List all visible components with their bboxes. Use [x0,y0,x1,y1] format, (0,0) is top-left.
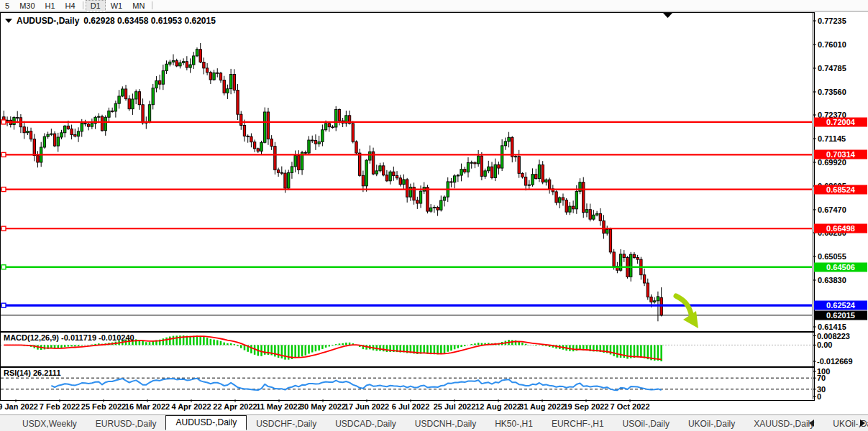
tab-ukoil-daily[interactable]: UKOil-,Daily [679,417,744,431]
timeframe-button-5[interactable]: 5 [0,1,14,11]
rsi-axis-label: 0 [817,392,821,401]
tab-usdcad-daily[interactable]: USDCAD-,Daily [326,417,406,431]
timeframe-button-w1[interactable]: W1 [106,1,128,11]
tab-eurchf-h1[interactable]: EURCHF-,H1 [542,417,613,431]
price-tick-label: 0.65055 [818,252,846,261]
hline-price-label-0.64506: 0.64506 [814,262,867,272]
price-tick-label: 0.67470 [818,205,846,214]
symbol-dropdown-icon [5,19,12,23]
chart-symbol-label: AUDUSD-,Daily [17,16,79,26]
chart-ohlc-values: 0.62928 0.63458 0.61953 0.62015 [83,16,216,26]
date-label: 30 May 2022 [300,402,346,411]
price-tick-label: 0.77235 [818,17,846,25]
tab-scroll-right-icon[interactable] [860,420,865,427]
toolbar-separator [152,1,152,9]
chart-title: AUDUSD-,Daily 0.62928 0.63458 0.61953 0.… [5,16,216,26]
timeframe-button-m30[interactable]: M30 [14,1,40,11]
timeframe-button-mn[interactable]: MN [127,1,150,11]
current-price-label: 0.62015 [814,310,867,320]
date-label: 7 Feb 2022 [40,402,80,411]
date-label: 4 Apr 2022 [171,402,211,411]
date-label: 25 Jul 2022 [434,402,476,411]
date-label: 12 Aug 2022 [475,402,521,411]
date-label: 16 Mar 2022 [125,402,170,411]
hline-price-label-0.66498: 0.66498 [814,224,867,233]
price-tick-label: 0.63830 [818,276,846,284]
price-tick-label: 0.73560 [818,88,846,96]
price-tick-label: 0.74785 [818,64,846,73]
hline-price-label-0.70314: 0.70314 [814,150,867,159]
hline-price-label-0.72004: 0.72004 [814,117,867,126]
macd-indicator-label: MACD(12,26,9) -0.011719 -0.010240 [4,333,134,342]
tab-hk50-h1[interactable]: HK50-,H1 [485,417,542,431]
price-tick-label: 0.76010 [818,40,846,49]
date-label: 7 Oct 2022 [610,402,649,411]
price-tick-label: 0.71145 [818,134,846,143]
timeframe-button-h1[interactable]: H1 [40,1,60,11]
tab-usoil-daily[interactable]: USOil-,Daily [613,417,679,431]
tab-audusd-daily[interactable]: AUDUSD-,Daily [165,415,247,430]
macd-axis-label: 0.00 [817,340,832,349]
tab-eurusd-daily[interactable]: EURUSD-,Daily [86,417,166,431]
date-label: 17 Jun 2022 [344,402,389,411]
toolbar-separator [83,1,83,9]
macd-axis-label: -0.012669 [817,357,853,366]
date-label: 22 Apr 2022 [213,402,257,411]
mt4-chart-window: 5M30H1H4D1W1MN AUDUSD-,Daily 0.62928 0.6… [0,0,868,431]
date-label: 31 Aug 2022 [519,402,565,411]
price-tick-label: 0.61415 [818,323,846,331]
hline-price-label-0.68524: 0.68524 [814,185,867,194]
date-label: 19 Sep 2022 [564,402,609,411]
date-label: 6 Jul 2022 [392,402,430,411]
tab-usdcnh-daily[interactable]: USDCNH-,Daily [406,417,485,431]
price-chart-panel[interactable] [0,12,815,332]
date-label: 25 Feb 2022 [81,402,126,411]
tab-usdx-weekly[interactable]: USDX,Weekly [13,417,86,431]
date-label: 11 May 2022 [256,402,302,411]
timeframe-button-d1[interactable]: D1 [86,0,106,11]
rsi-axis-label: 70 [817,374,826,382]
date-label: 19 Jan 2022 [0,402,38,411]
hline-price-label-0.62524: 0.62524 [814,301,867,310]
rsi-panel[interactable] [0,367,815,401]
rsi-indicator-label: RSI(14) 26.2111 [4,369,61,377]
chart-tab-bar: USDX,WeeklyEURUSD-,DailyAUDUSD-,DailyUSD… [0,414,868,431]
timeframe-toolbar: 5M30H1H4D1W1MN [0,0,868,11]
timeframe-button-h4[interactable]: H4 [60,1,81,11]
tab-scroll-left-icon[interactable] [809,420,814,427]
tab-usdchf-daily[interactable]: USDCHF-,Daily [247,417,326,431]
macd-axis-label: 0.008223 [817,332,850,340]
